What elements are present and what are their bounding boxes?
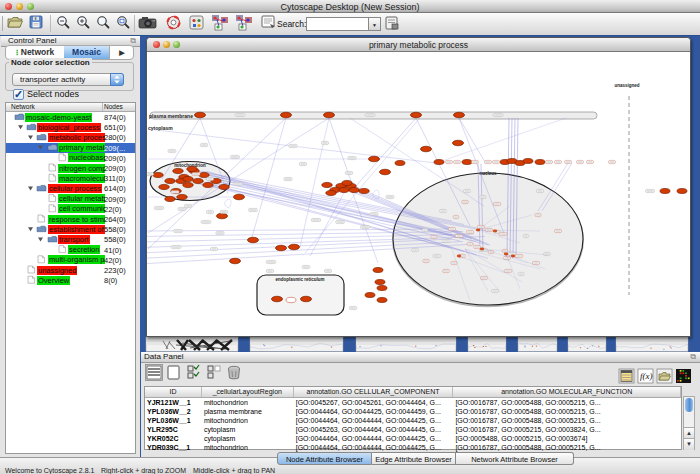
svg-text:endoplasmic reticulum: endoplasmic reticulum [275,277,324,282]
svg-text:plasma membrane: plasma membrane [149,113,193,119]
svg-text:f(x): f(x) [640,371,653,381]
svg-text:unassigned: unassigned [614,83,639,88]
svg-text:nucleus: nucleus [479,171,497,176]
svg-text:cytoplasm: cytoplasm [148,125,173,131]
